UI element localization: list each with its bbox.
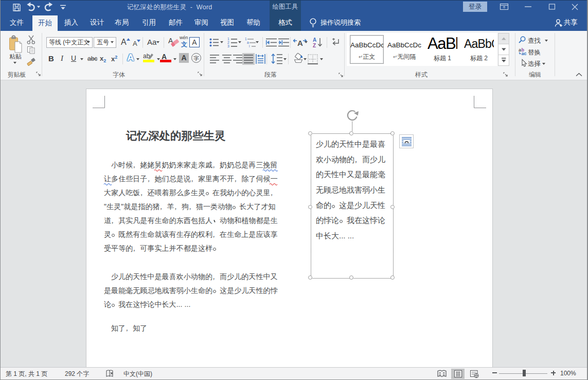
svg-text:ac: ac <box>522 51 527 56</box>
svg-text:A: A <box>313 37 316 43</box>
svg-text:3: 3 <box>227 44 229 48</box>
svg-text:Z: Z <box>313 43 316 48</box>
svg-text:1: 1 <box>227 37 229 41</box>
svg-text:1: 1 <box>245 37 247 41</box>
svg-text:2: 2 <box>227 41 229 44</box>
svg-text:i: i <box>249 44 250 48</box>
svg-text:a: a <box>247 41 249 44</box>
